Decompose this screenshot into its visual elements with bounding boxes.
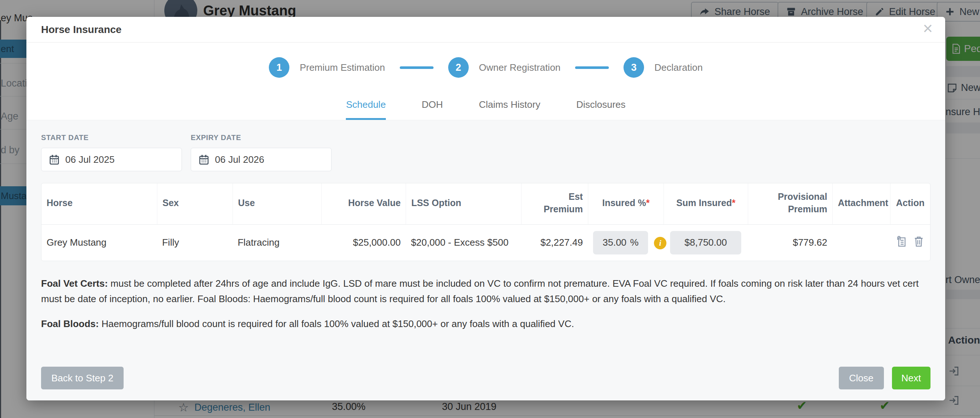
col-attachment: Attachment — [832, 183, 890, 225]
table-header-row: Horse Sex Use Horse Value LSS Option Est… — [41, 183, 930, 225]
col-action: Action — [890, 183, 930, 225]
col-est-premium: Est Premium — [521, 183, 588, 225]
required-asterisk: * — [646, 198, 649, 208]
col-use: Use — [232, 183, 321, 225]
col-lss-option: LSS Option — [406, 183, 521, 225]
sum-insured-input[interactable]: $8,750.00 — [670, 231, 741, 254]
col-sex: Sex — [157, 183, 232, 225]
start-date-input[interactable]: 06 Jul 2025 — [41, 148, 182, 171]
step-1-circle[interactable]: 1 — [269, 57, 290, 78]
foal-notes: Foal Vet Certs: must be completed after … — [41, 276, 931, 331]
step-connector — [400, 66, 434, 69]
insured-pct-value: 35.00 — [603, 237, 627, 248]
close-icon[interactable]: × — [923, 20, 933, 37]
delete-trash-icon[interactable] — [913, 235, 924, 247]
sum-insured-value: $8,750.00 — [684, 237, 727, 248]
col-horse-value: Horse Value — [321, 183, 406, 225]
modal-tabs: Schedule DOH Claims History Disclosures — [26, 99, 945, 120]
expiry-date-label: EXPIRY DATE — [191, 134, 332, 142]
note-text: Haemograms/full blood count is required … — [99, 318, 574, 329]
cell-attachment — [832, 225, 890, 261]
screen: ey Mus ent Locatio Age d by Mustan Grey … — [0, 0, 980, 418]
foal-bloods-note: Foal Bloods: Haemograms/full blood count… — [41, 316, 931, 331]
expiry-date-input[interactable]: 06 Jul 2026 — [191, 148, 332, 171]
info-icon[interactable]: i — [654, 237, 667, 250]
horse-insurance-modal: Horse Insurance × 1 Premium Estimation 2… — [26, 17, 945, 401]
step-1-label: Premium Estimation — [300, 62, 385, 73]
note-lead: Foal Bloods: — [41, 318, 99, 329]
foal-vet-certs-note: Foal Vet Certs: must be completed after … — [41, 276, 931, 307]
schedule-table: Horse Sex Use Horse Value LSS Option Est… — [41, 183, 931, 261]
note-text: must be completed after 24hrs of age and… — [41, 278, 919, 304]
tab-schedule[interactable]: Schedule — [346, 99, 385, 120]
expiry-date-value: 06 Jul 2026 — [215, 154, 264, 165]
required-asterisk: * — [732, 198, 735, 208]
note-lead: Foal Vet Certs: — [41, 278, 108, 289]
cell-insured-pct: 35.00 % i — [588, 225, 663, 261]
cell-horse: Grey Mustang — [41, 225, 157, 261]
start-date-value: 06 Jul 2025 — [65, 154, 115, 165]
cell-use: Flatracing — [232, 225, 321, 261]
step-2-label: Owner Registration — [479, 62, 561, 73]
cell-action — [890, 225, 930, 261]
col-provisional-premium: Provisional Premium — [748, 183, 832, 225]
col-insured-pct-label: Insured % — [602, 198, 646, 208]
calendar-icon — [49, 154, 60, 165]
schedule-tab-panel: START DATE EXPIRY DATE 06 Jul 2025 — [26, 120, 945, 401]
col-sum-insured-label: Sum Insured — [676, 198, 732, 208]
wizard-stepper: 1 Premium Estimation 2 Owner Registratio… — [26, 57, 945, 78]
attach-file-icon[interactable] — [896, 235, 907, 247]
cell-sum-insured: $8,750.00 — [663, 225, 748, 261]
cell-lss-option: $20,000 - Excess $500 — [406, 225, 521, 261]
col-horse: Horse — [41, 183, 157, 225]
table-row: Grey Mustang Filly Flatracing $25,000.00… — [41, 225, 930, 261]
cell-horse-value: $25,000.00 — [321, 225, 406, 261]
step-2-circle[interactable]: 2 — [448, 57, 469, 78]
modal-header: Horse Insurance × — [26, 17, 945, 43]
tab-doh[interactable]: DOH — [422, 99, 443, 120]
modal-footer: Back to Step 2 Close Next — [41, 367, 931, 389]
cell-est-premium: $2,227.49 — [521, 225, 588, 261]
step-3-circle[interactable]: 3 — [624, 57, 644, 78]
step-connector — [575, 66, 609, 69]
tab-disclosures[interactable]: Disclosures — [576, 99, 625, 120]
next-button[interactable]: Next — [892, 367, 931, 389]
modal-title: Horse Insurance — [41, 24, 121, 36]
calendar-icon — [199, 154, 209, 165]
start-date-label: START DATE — [41, 134, 182, 142]
col-sum-insured: Sum Insured* — [663, 183, 748, 225]
tab-claims-history[interactable]: Claims History — [479, 99, 541, 120]
insured-pct-input[interactable]: 35.00 % — [593, 231, 648, 254]
cell-provisional-premium: $779.62 — [748, 225, 832, 261]
percent-suffix: % — [630, 237, 638, 248]
cell-sex: Filly — [157, 225, 232, 261]
col-insured-pct: Insured %* — [588, 183, 663, 225]
back-to-step-2-button[interactable]: Back to Step 2 — [41, 367, 124, 389]
close-button[interactable]: Close — [839, 367, 883, 389]
step-3-label: Declaration — [654, 62, 703, 73]
